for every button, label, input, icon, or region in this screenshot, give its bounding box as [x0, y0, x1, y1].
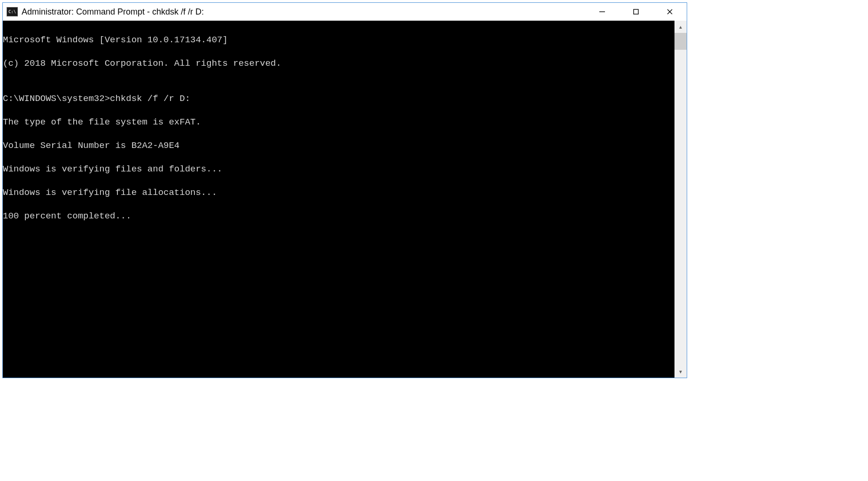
console-line: The type of the file system is exFAT.	[3, 116, 674, 128]
console-line: Windows is verifying files and folders..…	[3, 163, 674, 175]
window-title: Administrator: Command Prompt - chkdsk /…	[22, 7, 204, 17]
scroll-thumb[interactable]	[674, 33, 687, 50]
maximize-button[interactable]	[619, 3, 653, 21]
console-line: 100 percent completed...	[3, 210, 674, 222]
console-line: (c) 2018 Microsoft Corporation. All righ…	[3, 58, 674, 70]
vertical-scrollbar[interactable]: ▲ ▼	[674, 21, 687, 378]
svg-rect-1	[634, 9, 638, 14]
scroll-up-arrow[interactable]: ▲	[674, 21, 687, 33]
scroll-down-arrow[interactable]: ▼	[674, 365, 687, 378]
console-output[interactable]: Microsoft Windows [Version 10.0.17134.40…	[3, 21, 674, 378]
scroll-track[interactable]	[674, 33, 687, 365]
maximize-icon	[632, 8, 640, 16]
console-line: Microsoft Windows [Version 10.0.17134.40…	[3, 34, 674, 46]
minimize-icon	[598, 8, 606, 16]
cmd-icon: C:\	[7, 7, 18, 16]
console-line: Volume Serial Number is B2A2-A9E4	[3, 140, 674, 152]
console-wrapper: Microsoft Windows [Version 10.0.17134.40…	[3, 21, 687, 378]
console-line: Windows is verifying file allocations...	[3, 187, 674, 199]
titlebar-buttons	[585, 3, 687, 21]
close-button[interactable]	[653, 3, 687, 21]
console-prompt-line: C:\WINDOWS\system32>chkdsk /f /r D:	[3, 93, 674, 105]
titlebar-left: C:\ Administrator: Command Prompt - chkd…	[7, 7, 204, 17]
minimize-button[interactable]	[585, 3, 619, 21]
command-prompt-window: C:\ Administrator: Command Prompt - chkd…	[2, 2, 687, 378]
titlebar[interactable]: C:\ Administrator: Command Prompt - chkd…	[3, 3, 687, 21]
close-icon	[666, 8, 674, 16]
